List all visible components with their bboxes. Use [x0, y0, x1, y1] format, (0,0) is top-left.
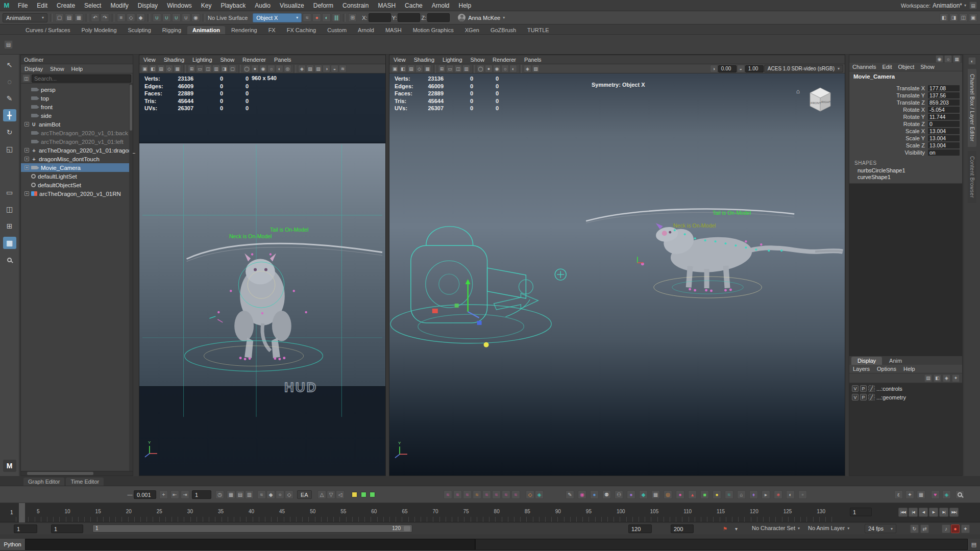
unify-tangents-icon[interactable]: ◈	[535, 490, 544, 499]
lock-camera-icon[interactable]: ◧	[149, 65, 157, 72]
outliner-item-dragon-group[interactable]: ++arcTheDragon_2020_v1_01:dragon_	[21, 146, 133, 155]
shelf-tab[interactable]: XGen	[460, 26, 484, 34]
layer-display-type-toggle[interactable]: ╱	[868, 394, 875, 400]
spreadsheet-icon[interactable]: ▦	[917, 490, 925, 499]
shaded-icon[interactable]: ●	[485, 65, 493, 72]
linear-tangent-icon[interactable]: ≈	[463, 490, 472, 499]
spline-tangent-icon[interactable]: ≈	[444, 490, 452, 499]
menu-file[interactable]: File	[13, 0, 32, 11]
bake-animation-icon[interactable]: ◎	[664, 490, 672, 499]
character-walk-icon[interactable]: ⚉	[602, 490, 611, 499]
menu-mash[interactable]: MASH	[373, 0, 400, 11]
redo-icon[interactable]: ↷	[101, 13, 109, 22]
new-layer-from-selected-icon[interactable]: ✦	[952, 374, 960, 382]
x-coordinate-field[interactable]	[369, 13, 391, 22]
grid-toggle-icon[interactable]: ⊞	[438, 65, 446, 72]
gamma-icon[interactable]: ◒	[331, 65, 338, 72]
layer-playback-toggle[interactable]: P	[860, 394, 867, 400]
channel-row-translate-z[interactable]: Translate Z859.203	[849, 99, 962, 106]
channel-value-field[interactable]: 0	[928, 121, 960, 127]
outliner-horizontal-scrollbar[interactable]	[21, 471, 133, 475]
curve-smoothness-icon[interactable]: ≈	[257, 490, 266, 499]
outliner-menu-display[interactable]: Display	[21, 64, 46, 73]
menu-deform[interactable]: Deform	[309, 0, 338, 11]
ipr-render-icon[interactable]: ◐	[322, 13, 331, 22]
frame-step-field[interactable]: 1	[192, 490, 211, 499]
speaker-icon[interactable]: ♪	[942, 524, 950, 533]
menu-modify[interactable]: Modify	[106, 0, 133, 11]
make-live-icon[interactable]: ◉	[191, 13, 200, 22]
pose-icon[interactable]: ●	[627, 490, 635, 499]
lock-camera-icon[interactable]: ◧	[399, 65, 407, 72]
clamped-tangent-icon[interactable]: ≈	[453, 490, 462, 499]
xray-icon[interactable]: ▧	[532, 65, 540, 72]
shelf-tab[interactable]: Motion Graphics	[408, 26, 459, 34]
viewport-menu-view[interactable]: View	[139, 55, 160, 64]
channel-value-field[interactable]: 13.004	[928, 128, 960, 134]
anim-layer-dropdown[interactable]: No Anim Layer▾	[808, 525, 849, 531]
playback-oscillate-icon[interactable]: ⇄	[920, 524, 929, 533]
channel-row-translate-y[interactable]: Translate Y137.56	[849, 92, 962, 99]
grid-options-icon[interactable]: ⊞	[348, 13, 357, 22]
clock-icon[interactable]: ◷	[215, 490, 224, 499]
layer-menu-layers[interactable]: Layers	[849, 365, 873, 373]
viewport-menu-panels[interactable]: Panels	[520, 55, 546, 64]
go-to-start-button[interactable]: |◀◀	[898, 508, 908, 517]
shape-node-nurbscircleshape[interactable]: nurbsCircleShape1	[849, 167, 962, 173]
menu-set-dropdown[interactable]: Animation ▾	[3, 13, 47, 22]
shaded-icon[interactable]: ●	[251, 65, 259, 72]
script-editor-icon[interactable]: ▤	[968, 539, 980, 550]
textured-icon[interactable]: ◉	[259, 65, 267, 72]
divider[interactable]	[50, 14, 53, 22]
menu-playback[interactable]: Playback	[216, 0, 251, 11]
select-tool-icon[interactable]: ↖	[3, 59, 16, 71]
grease-pencil-icon[interactable]: ✎	[566, 490, 574, 499]
move-layer-down-icon[interactable]: ◧	[934, 374, 941, 382]
joints-xray-icon[interactable]: ▨	[314, 65, 322, 72]
auto-tangent-icon[interactable]: ≈	[502, 490, 510, 499]
channel-value-field[interactable]: 11.744	[928, 114, 960, 120]
expander-icon[interactable]: +	[24, 165, 29, 170]
layer-row-geometry[interactable]: V P ╱ ...:geometry	[849, 393, 962, 402]
shelf-tab-animation-active[interactable]: Animation	[187, 26, 225, 34]
new-empty-layer-icon[interactable]: ◈	[943, 374, 950, 382]
divider[interactable]	[343, 14, 346, 22]
undo-icon[interactable]: ↶	[91, 13, 100, 22]
viewport-menu-view[interactable]: View	[389, 55, 410, 64]
fixed-tangent-icon[interactable]: ≈	[511, 490, 520, 499]
viewport-camera-panel[interactable]: View Shading Lighting Show Renderer Pane…	[139, 55, 386, 476]
snap-to-point-icon[interactable]: ∪	[172, 13, 181, 22]
menu-audio[interactable]: Audio	[250, 0, 275, 11]
select-by-component-icon[interactable]: ◆	[136, 13, 145, 22]
isolate-select-icon[interactable]: ◈	[524, 65, 531, 72]
playblast-icon[interactable]: ■	[700, 490, 709, 499]
viewport-menu-show[interactable]: Show	[467, 55, 489, 64]
tab-anim-layers[interactable]: Anim	[883, 357, 908, 365]
zoom-tool-icon[interactable]	[3, 254, 16, 266]
menu-constrain[interactable]: Constrain	[338, 0, 373, 11]
exposure-field[interactable]: 0.00	[718, 65, 737, 72]
symmetry-dropdown[interactable]: Object X ▾	[253, 13, 302, 22]
spacing-slider-handle[interactable]: —	[126, 490, 134, 499]
gate-mask-icon[interactable]: ▥	[212, 65, 220, 72]
rotate-tool-icon[interactable]: ↻	[3, 126, 16, 138]
animation-end-field[interactable]: 200	[671, 524, 694, 533]
layer-menu-help[interactable]: Help	[900, 365, 919, 373]
character-run-icon[interactable]: ⚇	[615, 490, 623, 499]
snap-to-grid-icon[interactable]: ∪	[153, 13, 161, 22]
flat-tangent-icon[interactable]: ≈	[473, 490, 481, 499]
snap-to-curve-icon[interactable]: ∪	[162, 13, 171, 22]
cycle-icon[interactable]: ●	[676, 490, 684, 499]
expander-icon[interactable]: +	[24, 191, 29, 196]
menu-help[interactable]: Help	[454, 0, 476, 11]
tab-time-editor[interactable]: Time Editor	[66, 478, 104, 486]
keyframe-color-green2-icon[interactable]	[370, 492, 375, 497]
outliner-item-side[interactable]: side	[21, 111, 133, 120]
step-preview-icon[interactable]: ▸	[762, 490, 770, 499]
step-tangent-icon[interactable]: ≈	[482, 490, 491, 499]
mute-channel-icon[interactable]: ▴	[688, 490, 697, 499]
motion-trail-icon[interactable]: ◉	[578, 490, 586, 499]
divider[interactable]	[86, 14, 88, 22]
menu-windows[interactable]: Windows	[162, 0, 197, 11]
remove-inbetween-icon[interactable]: ◁	[336, 490, 345, 499]
